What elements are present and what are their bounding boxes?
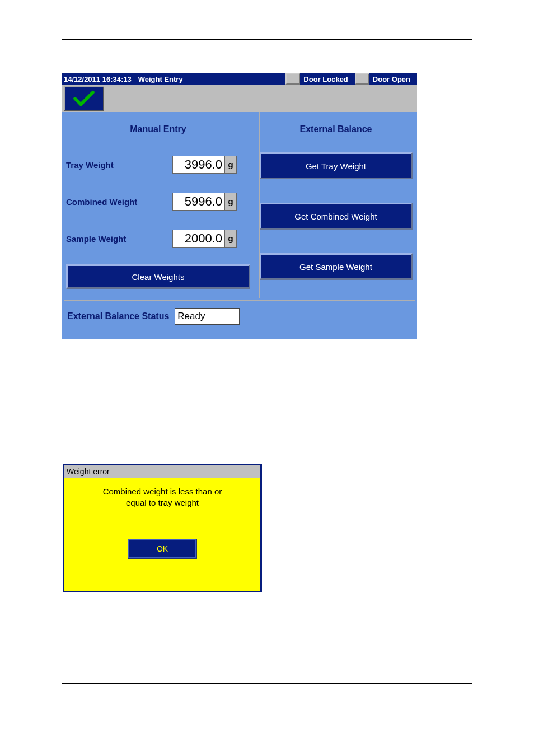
dialog-ok-button[interactable]: OK — [128, 539, 197, 559]
combined-weight-unit: g — [225, 193, 237, 211]
external-balance-column: External Balance Get Tray Weight Get Com… — [255, 112, 417, 292]
external-balance-heading: External Balance — [259, 112, 413, 144]
dialog-message: Combined weight is less than or equal to… — [64, 478, 260, 508]
door-open-indicator — [355, 73, 369, 85]
tray-weight-unit: g — [225, 156, 237, 174]
manual-entry-column: Manual Entry Tray Weight 3996.0 g Combin… — [62, 112, 255, 292]
tray-weight-row: Tray Weight 3996.0 g — [66, 153, 250, 176]
combined-weight-row: Combined Weight 5996.0 g — [66, 190, 250, 213]
dialog-message-line2: equal to tray weight — [126, 498, 199, 507]
combined-weight-label: Combined Weight — [66, 197, 172, 207]
door-locked-indicator — [285, 73, 300, 85]
tray-weight-input[interactable]: 3996.0 — [172, 156, 225, 174]
external-balance-status-label: External Balance Status — [67, 311, 169, 321]
screen-title: Weight Entry — [138, 75, 183, 83]
get-tray-weight-button[interactable]: Get Tray Weight — [259, 152, 413, 179]
external-balance-status-value: Ready — [175, 308, 240, 325]
clear-weights-button[interactable]: Clear Weights — [66, 264, 250, 289]
sample-weight-label: Sample Weight — [66, 234, 172, 244]
horizontal-divider — [64, 300, 415, 301]
tray-weight-label: Tray Weight — [66, 160, 172, 170]
get-combined-weight-button[interactable]: Get Combined Weight — [259, 203, 413, 230]
manual-entry-heading: Manual Entry — [66, 112, 250, 144]
dialog-message-line1: Combined weight is less than or — [103, 487, 222, 496]
sample-weight-unit: g — [225, 230, 237, 248]
dialog-title: Weight error — [64, 465, 260, 478]
weight-error-dialog: Weight error Combined weight is less tha… — [63, 464, 262, 592]
sample-weight-input[interactable]: 2000.0 — [172, 230, 225, 248]
vertical-divider — [259, 112, 260, 298]
door-locked-label: Door Locked — [303, 75, 348, 83]
confirm-button[interactable] — [64, 86, 104, 111]
get-sample-weight-button[interactable]: Get Sample Weight — [259, 253, 413, 280]
page-top-rule — [62, 39, 472, 40]
weight-entry-screen: 14/12/2011 16:34:13 Weight Entry Door Lo… — [62, 73, 417, 339]
combined-weight-input[interactable]: 5996.0 — [172, 193, 225, 211]
status-row: External Balance Status Ready — [67, 308, 240, 325]
timestamp: 14/12/2011 16:34:13 — [62, 75, 132, 83]
page-bottom-rule — [62, 683, 472, 684]
toolbar — [62, 85, 417, 112]
sample-weight-row: Sample Weight 2000.0 g — [66, 227, 250, 250]
checkmark-icon — [72, 90, 96, 108]
door-open-label: Door Open — [373, 75, 410, 83]
title-bar: 14/12/2011 16:34:13 Weight Entry Door Lo… — [62, 73, 417, 85]
